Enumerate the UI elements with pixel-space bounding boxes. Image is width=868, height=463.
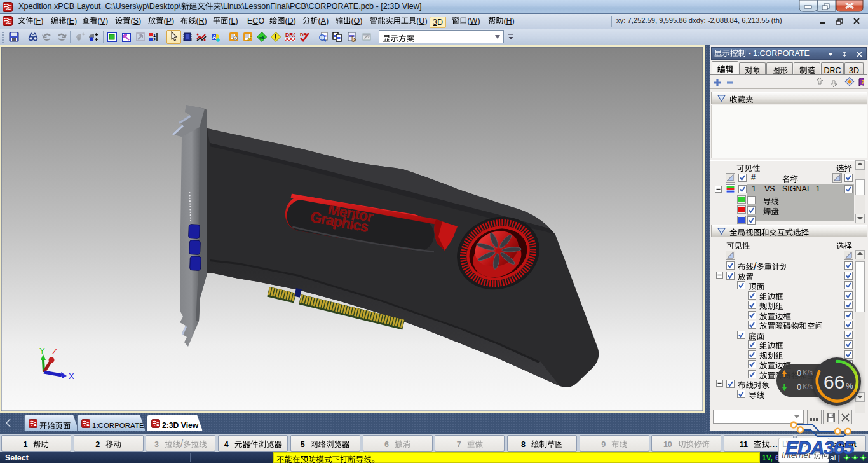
svg-text:?: ? [861,79,864,85]
svg-text:A: A [212,34,217,40]
svg-text:0: 0 [797,368,801,378]
svg-text:0: 0 [797,382,801,392]
svg-text:Y: Y [39,346,45,356]
svg-text:2: 2 [153,37,156,42]
svg-text:66: 66 [824,371,844,392]
svg-text:%: % [846,381,853,390]
svg-text:X: X [69,371,74,381]
svg-text:Z: Z [52,347,57,356]
svg-text:DRC: DRC [285,32,295,38]
svg-text:K/s: K/s [803,383,813,390]
svg-text:K/s: K/s [803,369,813,377]
